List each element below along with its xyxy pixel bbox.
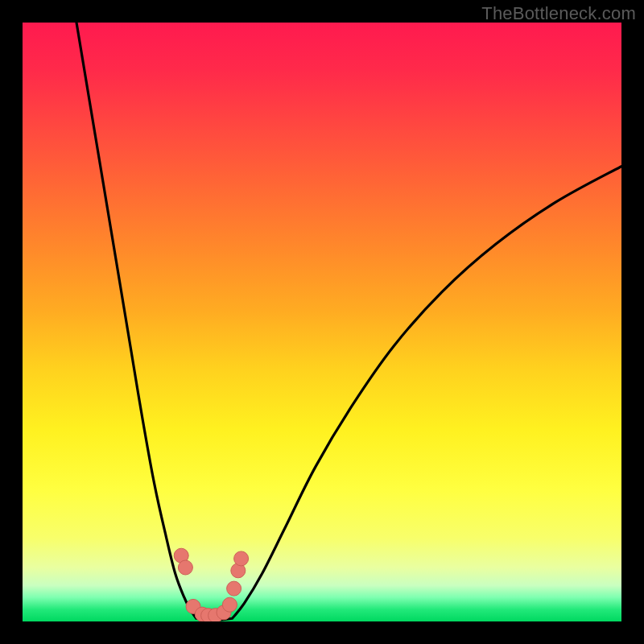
chart-frame: TheBottleneck.com xyxy=(0,0,644,644)
marker-dot xyxy=(234,551,249,566)
marker-dot xyxy=(227,581,242,596)
valley-markers xyxy=(174,548,248,621)
marker-dot xyxy=(178,560,192,575)
curve-path xyxy=(76,23,621,620)
plot-area xyxy=(23,23,621,621)
marker-dot xyxy=(222,597,237,612)
watermark-text: TheBottleneck.com xyxy=(481,3,636,24)
bottleneck-curve xyxy=(23,23,621,621)
